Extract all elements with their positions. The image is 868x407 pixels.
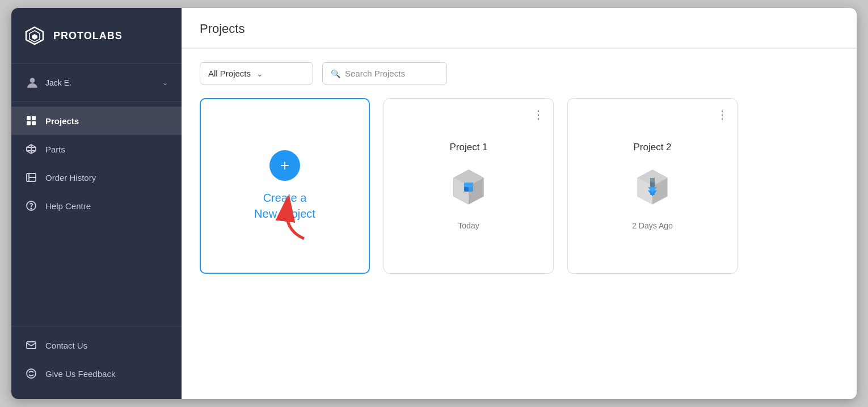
filter-selected-value: All Projects	[208, 69, 256, 78]
sidebar: PROTOLABS Jack E. ⌄	[11, 8, 182, 399]
sidebar-bottom: Contact Us Give Us Feedback	[11, 326, 182, 399]
svg-rect-8	[32, 121, 36, 125]
project-2-date: 2 Days Ago	[632, 221, 673, 230]
sidebar-item-projects[interactable]: Projects	[11, 107, 182, 135]
filter-dropdown[interactable]: All Projects ⌄	[200, 62, 313, 84]
main-content: Projects All Projects ⌄ 🔍 Search Project…	[182, 8, 857, 399]
user-avatar-icon	[25, 75, 40, 90]
app-container: PROTOLABS Jack E. ⌄	[11, 8, 857, 399]
parts-label: Parts	[45, 145, 65, 154]
sidebar-item-order-history[interactable]: Order History	[11, 163, 182, 192]
order-history-label: Order History	[45, 173, 96, 183]
svg-rect-21	[464, 187, 469, 192]
project-2-title: Project 2	[633, 142, 671, 153]
svg-rect-27	[650, 178, 655, 183]
svg-point-11	[31, 208, 32, 209]
contact-us-label: Contact Us	[45, 341, 87, 350]
project-2-menu-icon[interactable]: ⋮	[714, 105, 730, 124]
give-feedback-label: Give Us Feedback	[45, 369, 115, 379]
svg-rect-6	[32, 116, 36, 120]
project-card-1[interactable]: ⋮ Project 1 Today	[384, 98, 554, 274]
search-placeholder: Search Projects	[345, 69, 405, 78]
project-2-thumbnail	[632, 167, 673, 207]
svg-rect-5	[27, 116, 31, 120]
user-name: Jack E.	[45, 78, 162, 87]
sidebar-item-give-feedback[interactable]: Give Us Feedback	[11, 359, 182, 388]
project-1-menu-icon[interactable]: ⋮	[530, 105, 546, 124]
main-header: Projects	[182, 8, 857, 49]
create-project-card[interactable]: + Create a New Project	[200, 98, 370, 274]
projects-icon	[25, 115, 37, 127]
sidebar-item-contact-us[interactable]: Contact Us	[11, 331, 182, 359]
svg-rect-7	[27, 121, 31, 125]
projects-label: Projects	[45, 116, 79, 126]
project-1-title: Project 1	[449, 142, 487, 153]
dropdown-arrow-icon: ⌄	[256, 69, 305, 78]
parts-icon	[25, 143, 37, 155]
sidebar-item-parts[interactable]: Parts	[11, 135, 182, 163]
svg-point-13	[27, 369, 36, 378]
project-1-thumbnail	[448, 167, 489, 207]
red-arrow-indicator	[273, 196, 313, 241]
project-card-2[interactable]: ⋮ Project 2	[567, 98, 738, 274]
app-name: PROTOLABS	[53, 30, 123, 42]
protolabs-logo-icon	[23, 24, 47, 48]
svg-rect-20	[464, 183, 473, 187]
user-chevron-icon: ⌄	[162, 79, 168, 87]
help-centre-label: Help Centre	[45, 201, 91, 211]
toolbar: All Projects ⌄ 🔍 Search Projects	[182, 49, 857, 98]
project-2-icon-area	[630, 164, 675, 210]
search-icon: 🔍	[331, 69, 340, 78]
create-plus-icon: +	[269, 150, 300, 181]
help-icon	[25, 200, 37, 212]
search-box[interactable]: 🔍 Search Projects	[322, 62, 447, 84]
contact-icon	[25, 339, 37, 351]
order-history-icon	[25, 171, 37, 184]
sidebar-nav: Projects Parts	[11, 102, 182, 326]
project-1-date: Today	[458, 221, 479, 230]
sidebar-item-help-centre[interactable]: Help Centre	[11, 192, 182, 220]
projects-grid: + Create a New Project	[182, 98, 857, 292]
user-menu[interactable]: Jack E. ⌄	[11, 64, 182, 102]
page-title: Projects	[200, 22, 838, 36]
feedback-icon	[25, 367, 37, 380]
project-1-icon-area	[446, 164, 491, 210]
svg-point-4	[30, 78, 35, 83]
sidebar-logo: PROTOLABS	[11, 8, 182, 64]
